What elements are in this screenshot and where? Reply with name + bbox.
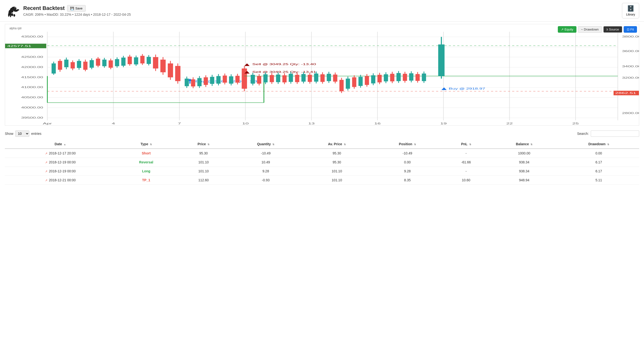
cell-type: Short	[116, 149, 176, 158]
col-pnl[interactable]: PnL ⇅	[442, 140, 490, 149]
source-icon: λ	[606, 28, 608, 31]
cell-pnl: 10.60	[442, 176, 490, 185]
sort-none-icon-qty: ⇅	[272, 143, 274, 146]
fit-button[interactable]: ⊡ Fit	[624, 26, 637, 33]
col-date[interactable]: Date ▲	[5, 140, 116, 149]
logo-icon	[5, 4, 19, 18]
cell-drawdown: 0.00	[558, 149, 639, 158]
cell-type: Long	[116, 167, 176, 176]
svg-text:19: 19	[440, 122, 447, 125]
trend-icon: ↗	[45, 170, 48, 173]
save-button[interactable]: 💾 Save	[67, 5, 86, 12]
library-button[interactable]: 🗄️ Library	[622, 3, 639, 18]
drawdown-button[interactable]: ~ Drawdown	[578, 26, 602, 33]
svg-text:Buy @ 2918.97: Buy @ 2918.97	[449, 87, 486, 90]
search-label: Search:	[577, 132, 589, 136]
entries-select[interactable]: 10 25 50 100	[15, 130, 29, 137]
source-label: Source	[609, 28, 619, 31]
title-row: Recent Backtest 💾 Save	[23, 5, 131, 12]
svg-text:40000.00: 40000.00	[21, 106, 43, 109]
cell-quantity: 10.49	[230, 158, 301, 167]
equity-icon: ↗	[561, 28, 564, 31]
svg-text:40500.00: 40500.00	[21, 96, 43, 99]
cell-pnl: -	[442, 149, 490, 158]
chart-buttons: ↗ Equity ~ Drawdown λ Source ⊡ Fit	[558, 26, 637, 33]
svg-text:13: 13	[308, 122, 315, 125]
svg-rect-5	[8, 13, 10, 17]
equity-button[interactable]: ↗ Equity	[558, 26, 576, 33]
col-av-price[interactable]: Av. Price ⇅	[301, 140, 372, 149]
header-left: Recent Backtest 💾 Save CAGR: 206% • MaxD…	[5, 4, 131, 18]
svg-text:Sell @ 3049.25 Qty: -13.41: Sell @ 3049.25 Qty: -13.41	[252, 70, 316, 73]
svg-text:Sell @ 3049.25 Qty: -13.40: Sell @ 3049.25 Qty: -13.40	[252, 63, 316, 66]
col-balance[interactable]: Balance ⇅	[490, 140, 558, 149]
library-label: Library	[626, 13, 635, 16]
svg-text:43500.00: 43500.00	[21, 35, 43, 38]
cell-type: TP_1	[116, 176, 176, 185]
cell-quantity: -0.93	[230, 176, 301, 185]
entries-label: entries	[31, 132, 42, 136]
svg-point-9	[12, 11, 13, 12]
search-area: Search:	[577, 130, 639, 137]
cell-balance: 948.94	[490, 176, 558, 185]
svg-text:2862.51: 2862.51	[615, 92, 636, 95]
svg-point-3	[11, 13, 13, 16]
col-price[interactable]: Price ⇅	[176, 140, 230, 149]
source-button[interactable]: λ Source	[603, 26, 622, 33]
chart-svg: Buy @ 3184.02 Qty: 1.38 Sell @ 3049.25 Q…	[5, 24, 639, 126]
fit-icon: ⊡	[627, 28, 630, 31]
svg-text:4: 4	[112, 122, 115, 125]
cell-quantity: 9.28	[230, 167, 301, 176]
sort-none-icon-pnl: ⇅	[469, 143, 471, 146]
cell-position: 0.00	[372, 158, 442, 167]
sort-none-icon-bal: ⇅	[530, 143, 532, 146]
cell-date: ↗2018-12-19 00:00	[5, 167, 116, 176]
data-table: Date ▲ Type ⇅ Price ⇅ Quantity ⇅ Av. Pri…	[5, 140, 639, 185]
svg-text:3400.00: 3400.00	[622, 65, 639, 68]
show-label: Show	[5, 132, 13, 136]
svg-text:Apr: Apr	[43, 122, 52, 125]
show-entries: Show 10 25 50 100 entries	[5, 130, 42, 137]
svg-point-4	[13, 14, 15, 17]
drawdown-label: Drawdown	[584, 28, 598, 31]
svg-rect-6	[10, 14, 11, 17]
save-icon: 💾	[70, 6, 74, 10]
sort-none-icon-dd: ⇅	[607, 143, 609, 146]
cell-av-price: 101.10	[301, 167, 372, 176]
cell-av-price: 101.10	[301, 176, 372, 185]
svg-text:25: 25	[572, 122, 579, 125]
col-drawdown[interactable]: Drawdown ⇅	[558, 140, 639, 149]
svg-text:16: 16	[374, 122, 381, 125]
trend-icon: ↗	[45, 179, 48, 182]
trend-icon: ↗	[45, 152, 48, 155]
cell-pnl: -61.66	[442, 158, 490, 167]
chart-label: alpha rptr	[8, 26, 23, 30]
cell-drawdown: 6.17	[558, 167, 639, 176]
subtitle: CAGR: 206% • MaxDD: 33.22% • 1224 days •…	[23, 12, 131, 16]
cell-quantity: -10.49	[230, 149, 301, 158]
table-head: Date ▲ Type ⇅ Price ⇅ Quantity ⇅ Av. Pri…	[5, 140, 639, 149]
header: Recent Backtest 💾 Save CAGR: 206% • MaxD…	[0, 0, 644, 22]
cell-price: 95.30	[176, 149, 230, 158]
col-quantity[interactable]: Quantity ⇅	[230, 140, 301, 149]
sort-none-icon-price: ⇅	[208, 143, 210, 146]
search-input[interactable]	[591, 130, 639, 137]
save-label: Save	[75, 6, 82, 10]
table-controls: Show 10 25 50 100 entries Search:	[5, 130, 639, 137]
svg-point-10	[15, 8, 16, 8]
cell-type: Reversal	[116, 158, 176, 167]
table-area: Show 10 25 50 100 entries Search: Date ▲…	[5, 130, 639, 185]
cell-position: 8.35	[372, 176, 442, 185]
sort-asc-icon: ▲	[64, 143, 66, 146]
chart-container: alpha rptr ↗ Equity ~ Drawdown λ Source …	[5, 24, 639, 126]
page-title: Recent Backtest	[23, 5, 65, 12]
col-position[interactable]: Position ⇅	[372, 140, 442, 149]
cell-price: 112.60	[176, 176, 230, 185]
svg-text:39500.00: 39500.00	[21, 116, 43, 119]
drawdown-icon: ~	[581, 28, 583, 31]
svg-text:42000.00: 42000.00	[21, 66, 43, 69]
table-row: ↗2018-12-21 00:00 TP_1 112.60 -0.93 101.…	[5, 176, 639, 185]
table-row: ↗2018-12-19 00:00 Reversal 101.10 10.49 …	[5, 158, 639, 167]
col-type[interactable]: Type ⇅	[116, 140, 176, 149]
cell-drawdown: 6.17	[558, 158, 639, 167]
